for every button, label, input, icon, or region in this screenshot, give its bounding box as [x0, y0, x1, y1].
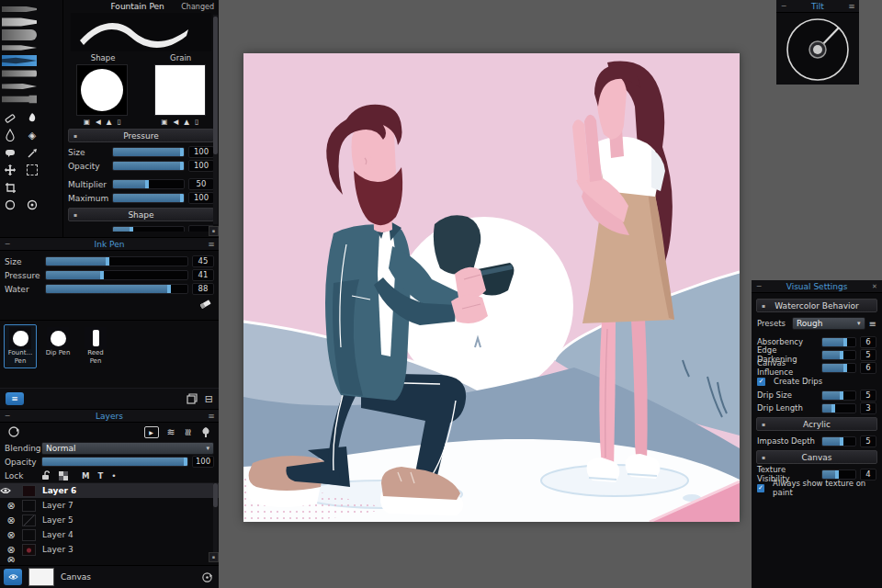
brush-tool-icon-4[interactable] — [2, 42, 37, 53]
create-drips-checkbox[interactable]: ✓ — [757, 378, 765, 386]
transform-tool-icon[interactable] — [2, 163, 18, 177]
scroll-down-icon[interactable]: ▪ — [209, 226, 219, 236]
list-view-icon[interactable]: ≡ — [6, 392, 24, 405]
impasto-depth-slider[interactable] — [821, 436, 856, 447]
layer-row-4[interactable]: ⊗ Layer 4 — [0, 527, 219, 542]
edge-darkening-slider[interactable] — [821, 350, 856, 360]
drip-length-slider[interactable] — [821, 403, 856, 413]
canvas-layer-row[interactable]: Canvas — [0, 565, 219, 588]
grain-save-icon[interactable]: ▣ — [161, 118, 167, 126]
pressure-size-value[interactable]: 100 — [188, 146, 214, 158]
canvas-influence-value[interactable]: 6 — [860, 362, 876, 374]
close-icon[interactable]: ✕ — [867, 283, 882, 290]
scroll-down-icon[interactable]: ▪ — [209, 552, 219, 562]
acrylic-section-header[interactable]: ▪ Acrylic — [756, 417, 877, 431]
minimize-icon[interactable]: − — [776, 2, 791, 10]
drip-size-value[interactable]: 5 — [860, 390, 876, 401]
drip-size-slider[interactable] — [821, 390, 856, 401]
brush-tool-icon-6[interactable] — [2, 68, 37, 79]
shape-save-icon[interactable]: ▣ — [84, 118, 90, 126]
inkpen-size-value[interactable]: 45 — [192, 255, 214, 267]
brush-tool-icon-7[interactable] — [2, 81, 37, 92]
pickup-tool-icon[interactable] — [2, 145, 18, 160]
watercolor-section-header[interactable]: ▪ Watercolor Behavior — [756, 299, 877, 312]
preset-reed-pen[interactable]: Reed Pen — [79, 324, 112, 368]
pressure-section-header[interactable]: ▪ Pressure — [68, 129, 214, 142]
text-toggle[interactable]: T — [97, 471, 103, 481]
preset-fountain-pen[interactable]: Fount... Pen — [4, 324, 37, 368]
canvas-section-header[interactable]: ▪ Canvas — [756, 450, 877, 464]
inkpen-size-slider[interactable] — [45, 256, 188, 266]
brush-editor-scrollbar[interactable] — [213, 15, 218, 224]
absorbency-slider[interactable] — [821, 337, 856, 347]
preset-dip-pen[interactable]: Dip Pen — [41, 324, 74, 368]
fast-dry-icon[interactable] — [200, 426, 211, 438]
dry-tool-icon[interactable]: ◈ — [24, 128, 40, 142]
crop-tool-icon[interactable] — [2, 180, 18, 195]
drip-length-value[interactable]: 3 — [860, 402, 876, 414]
eyedropper-tool-icon[interactable] — [24, 145, 40, 160]
layer-opacity-value[interactable]: 100 — [192, 456, 214, 468]
blending-dropdown[interactable]: Normal ▾ — [41, 442, 214, 455]
canvas-settings-icon[interactable] — [201, 571, 213, 583]
hidden-layer-icon[interactable]: ⊗ — [0, 514, 22, 526]
lock-transparency-icon[interactable] — [59, 471, 68, 481]
eraser-mode-icon[interactable] — [199, 299, 211, 309]
pressure-maximum-value[interactable]: 100 — [188, 192, 214, 204]
pressure-size-slider[interactable] — [112, 147, 185, 157]
layer-row-3[interactable]: ⊗ Layer 3 — [0, 542, 219, 557]
brush-grain-thumbnail[interactable] — [154, 64, 206, 116]
canvas-visibility-button[interactable] — [4, 569, 22, 585]
canvas-artwork[interactable] — [243, 53, 740, 522]
shape-flip-v-icon[interactable]: ▲ — [107, 118, 112, 126]
menu-icon[interactable]: ≡ — [204, 412, 219, 421]
eraser-tool-icon[interactable] — [2, 110, 18, 125]
brush-tool-icon-2[interactable] — [2, 17, 37, 28]
inkpen-pressure-value[interactable]: 41 — [192, 269, 214, 281]
presets-menu-icon[interactable]: ≡ — [869, 319, 876, 329]
menu-icon[interactable]: ≡ — [844, 2, 859, 11]
show-wet-icon[interactable]: ▶ — [144, 426, 159, 438]
layer-row-7[interactable]: ⊗ Layer 7 — [0, 498, 219, 513]
smudge-tool-icon[interactable] — [24, 110, 40, 125]
hidden-layer-icon[interactable]: ⊗ — [0, 544, 22, 556]
eye-icon[interactable] — [0, 487, 22, 494]
water-tool-icon[interactable] — [2, 128, 18, 142]
always-texture-checkbox[interactable]: ✓ — [757, 484, 764, 492]
duplicate-brush-icon[interactable] — [187, 393, 198, 404]
brush-shape-thumbnail[interactable] — [76, 64, 128, 116]
minimize-icon[interactable]: − — [0, 240, 15, 248]
remove-brush-icon[interactable]: ⊟ — [205, 393, 213, 405]
layer-row-6[interactable]: Layer 6 — [0, 483, 219, 498]
layer-list-scrollbar[interactable] — [213, 483, 218, 562]
shape-flip-h-icon[interactable]: ◀ — [96, 118, 101, 126]
layer-row-5[interactable]: ⊗ Layer 5 — [0, 513, 219, 527]
absorbency-value[interactable]: 6 — [860, 336, 876, 348]
wet-layer-icon[interactable]: ≋ — [167, 426, 175, 438]
edge-darkening-value[interactable]: 5 — [860, 349, 876, 361]
brush-tool-icon-3[interactable] — [2, 29, 37, 40]
grain-flip-v-icon[interactable]: ▲ — [184, 118, 189, 126]
clipped-slider[interactable] — [112, 226, 185, 232]
tracing-icon[interactable] — [7, 425, 20, 438]
select-tool-icon[interactable] — [24, 163, 40, 177]
pressure-maximum-slider[interactable] — [112, 193, 185, 203]
circle-tool-icon-a[interactable] — [2, 198, 18, 212]
grain-rotate-icon[interactable]: ▯ — [195, 118, 198, 126]
inkpen-pressure-slider[interactable] — [45, 270, 188, 280]
tilt-dial[interactable] — [776, 13, 859, 85]
canvas-influence-slider[interactable] — [821, 363, 856, 373]
menu-icon[interactable]: ≡ — [204, 240, 219, 249]
layer-row-partial[interactable]: ⊗ — [0, 557, 219, 562]
texture-visibility-slider[interactable] — [821, 469, 856, 480]
lock-icon[interactable] — [41, 470, 51, 481]
pressure-opacity-value[interactable]: 100 — [188, 160, 214, 172]
brush-tool-icon-8[interactable] — [2, 94, 37, 105]
minimize-icon[interactable]: − — [0, 412, 15, 420]
pressure-multiplier-value[interactable]: 50 — [188, 178, 214, 190]
minimize-icon[interactable]: − — [752, 282, 766, 290]
presets-dropdown[interactable]: Rough ▾ — [792, 317, 865, 330]
brush-tool-icon-1[interactable] — [2, 4, 37, 15]
hidden-layer-icon[interactable]: ⊗ — [0, 529, 22, 541]
dry-layer-icon[interactable]: ≋ — [182, 427, 194, 435]
